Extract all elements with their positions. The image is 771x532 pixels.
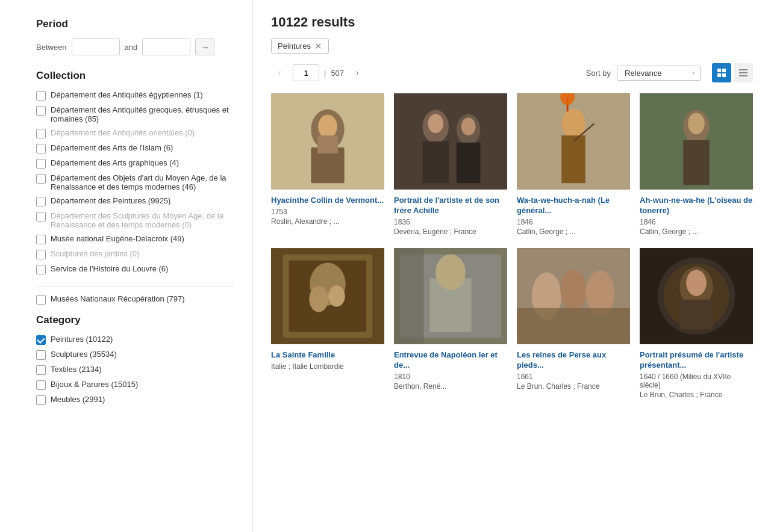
svg-rect-27	[683, 140, 710, 185]
art-card-date-2: 1836	[394, 218, 507, 226]
collection-label-musees: Musées Nationaux Récupération (797)	[51, 294, 185, 303]
collection-item-delacroix[interactable]: Musée national Eugène-Delacroix (49)	[36, 234, 234, 244]
collection-checkbox-graphiques[interactable]	[36, 159, 46, 169]
collection-label-graphiques: Département des Arts graphiques (4)	[51, 158, 179, 167]
collection-checkbox-grecques[interactable]	[36, 106, 46, 116]
results-header: 10122 results	[271, 14, 753, 30]
collection-item-orientales: Département des Antiquités orientales (0…	[36, 128, 234, 138]
collection-label-orientales: Département des Antiquités orientales (0…	[51, 128, 195, 137]
collection-item-objets[interactable]: Département des Objets d'art du Moyen Ag…	[36, 173, 234, 191]
collection-item-graphiques[interactable]: Département des Arts graphiques (4)	[36, 158, 234, 169]
collection-item-histoire[interactable]: Service de l'Histoire du Louvre (6)	[36, 264, 234, 274]
art-card-title-5: La Sainte Famille	[271, 350, 384, 360]
filter-tag-close-icon[interactable]: ✕	[314, 42, 322, 51]
art-card-8[interactable]: Portrait présumé de l'artiste présentant…	[640, 248, 753, 399]
art-card-author-4: Catlin, George ; ...	[640, 227, 753, 236]
collection-item-musees[interactable]: Musées Nationaux Récupération (797)	[36, 294, 234, 305]
category-checkbox-peintures[interactable]	[36, 335, 46, 345]
sort-label: Sort by	[586, 69, 611, 78]
art-card-date-1: 1753	[271, 208, 384, 216]
svg-rect-17	[457, 143, 481, 183]
collection-checkbox-histoire[interactable]	[36, 265, 46, 274]
sort-select[interactable]: Relevance ›	[617, 66, 701, 81]
list-view-button[interactable]	[734, 63, 753, 82]
main-content: 10122 results Peintures ✕ ‹ | 507 › Sort…	[253, 0, 771, 532]
collection-item-egyptiennes[interactable]: Département des Antiquités égyptiennes (…	[36, 90, 234, 101]
art-card-image-8	[640, 248, 753, 344]
category-checkbox-textiles[interactable]	[36, 365, 46, 375]
collection-checkbox-egyptiennes[interactable]	[36, 91, 46, 101]
svg-rect-11	[317, 135, 338, 153]
period-start-input[interactable]	[72, 39, 120, 55]
art-card-3[interactable]: Wa-ta-we-huch-a-nah (Le général... 1846 …	[517, 93, 630, 236]
collection-item-islam[interactable]: Département des Arts de l'Islam (6)	[36, 143, 234, 153]
collection-checkbox-objets[interactable]	[36, 174, 46, 184]
svg-point-15	[428, 114, 443, 133]
art-card-title-4: Ah-wun-ne-wa-he (L'oiseau de tonerre)	[640, 196, 753, 216]
svg-rect-44	[517, 308, 630, 344]
art-card-2[interactable]: Portrait de l'artiste et de son frère Ac…	[394, 93, 507, 236]
collection-label-peintures: Département des Peintures (9925)	[51, 196, 170, 205]
category-item-peintures[interactable]: Peintures (10122)	[36, 335, 234, 345]
collection-checkbox-sculptures-moyen	[36, 212, 46, 221]
svg-point-18	[461, 117, 476, 135]
grid-view-button[interactable]	[712, 63, 731, 82]
collection-item-grecques[interactable]: Département des Antiquités grecques, étr…	[36, 105, 234, 123]
page-separator: |	[324, 69, 326, 78]
art-card-6[interactable]: Entrevue de Napoléon Ier et de... 1810 B…	[394, 248, 507, 399]
category-item-textiles[interactable]: Textiles (2134)	[36, 365, 234, 375]
next-page-button[interactable]: ›	[349, 64, 366, 81]
art-card-7[interactable]: Les reines de Perse aux pieds... 1661 Le…	[517, 248, 630, 399]
collection-checkbox-peintures[interactable]	[36, 197, 46, 206]
total-pages: 507	[331, 69, 344, 78]
art-card-date-8: 1640 / 1660 (Milieu du XVIIe siècle)	[640, 373, 753, 389]
collection-label-egyptiennes: Département des Antiquités égyptiennes (…	[51, 90, 203, 99]
art-card-date-6: 1810	[394, 373, 507, 381]
period-end-input[interactable]	[142, 39, 190, 55]
collection-label-sculptures-moyen: Département des Sculptures du Moyen Age,…	[51, 211, 234, 229]
category-item-meubles[interactable]: Meubles (2991)	[36, 395, 234, 405]
category-checkbox-meubles[interactable]	[36, 395, 46, 405]
art-card-title-3: Wa-ta-we-huch-a-nah (Le général...	[517, 196, 630, 216]
art-card-author-6: Berthon, René...	[394, 382, 507, 391]
sort-value: Relevance	[625, 69, 661, 78]
category-item-sculptures[interactable]: Sculptures (35534)	[36, 350, 234, 360]
category-checkbox-bijoux[interactable]	[36, 380, 46, 390]
svg-rect-39	[394, 249, 423, 344]
art-card-author-7: Le Brun, Charles ; France	[517, 382, 630, 391]
art-card-1[interactable]: Hyacinthe Collin de Vermont... 1753 Rosl…	[271, 93, 384, 236]
art-card-author-2: Devéria, Eugène ; France	[394, 227, 507, 236]
period-submit-button[interactable]: →	[195, 39, 214, 55]
svg-rect-50	[679, 300, 713, 329]
category-label-peintures: Peintures (10122)	[51, 335, 113, 344]
collection-label-islam: Département des Arts de l'Islam (6)	[51, 143, 173, 152]
period-row: Between and →	[36, 39, 234, 55]
collection-checkbox-islam[interactable]	[36, 144, 46, 153]
art-card-5[interactable]: La Sainte Famille Italie ; Italie Lombar…	[271, 248, 384, 399]
art-card-image-3	[517, 93, 630, 190]
svg-point-10	[318, 114, 337, 138]
svg-rect-14	[422, 141, 449, 183]
svg-rect-12	[394, 94, 507, 189]
category-label-textiles: Textiles (2134)	[51, 365, 102, 374]
collection-list: Département des Antiquités égyptiennes (…	[36, 90, 234, 274]
page-input[interactable]	[293, 64, 319, 81]
category-checkbox-sculptures[interactable]	[36, 350, 46, 360]
collection-item-peintures[interactable]: Département des Peintures (9925)	[36, 196, 234, 206]
svg-point-28	[688, 113, 705, 135]
filter-tag-peintures[interactable]: Peintures ✕	[271, 39, 329, 54]
collection-checkbox-musees[interactable]	[36, 295, 46, 305]
collection-label-histoire: Service de l'Histoire du Louvre (6)	[51, 264, 168, 273]
collection-checkbox-delacroix[interactable]	[36, 235, 46, 244]
art-card-image-4	[640, 93, 753, 190]
art-card-image-5	[271, 248, 384, 344]
category-item-bijoux[interactable]: Bijoux & Parures (15015)	[36, 380, 234, 390]
art-card-author-1: Roslin, Alexandre ; ...	[271, 217, 384, 226]
art-card-title-7: Les reines de Perse aux pieds...	[517, 350, 630, 371]
prev-page-button[interactable]: ‹	[271, 64, 288, 81]
art-card-title-2: Portrait de l'artiste et de son frère Ac…	[394, 196, 507, 216]
art-card-4[interactable]: Ah-wun-ne-wa-he (L'oiseau de tonerre) 18…	[640, 93, 753, 236]
sort-row: Sort by Relevance ›	[586, 63, 753, 82]
svg-rect-0	[717, 69, 721, 72]
collection-checkbox-orientales	[36, 129, 46, 138]
